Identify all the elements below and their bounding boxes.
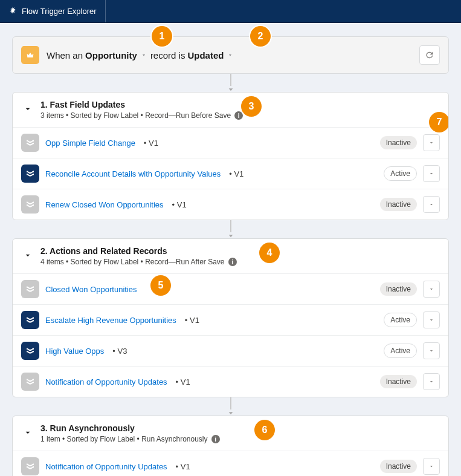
section-subtitle: 3 items • Sorted by Flow Label • Record—… [40,111,439,120]
status-badge: Inactive [380,282,417,296]
callout-4: 4 [259,243,280,263]
section-actions-related: 2. Actions and Related Records 4 items •… [12,238,449,397]
flow-link[interactable]: Reconcile Account Details with Opportuni… [45,169,221,178]
collapse-toggle[interactable] [21,249,34,262]
object-dropdown[interactable] [140,52,148,58]
flow-link[interactable]: High Value Opps [45,347,104,356]
row-menu-button[interactable] [423,373,440,390]
status-badge: Inactive [380,375,417,388]
flow-row: Reconcile Account Details with Opportuni… [13,158,448,189]
status-badge: Inactive [380,460,417,473]
flow-version: • V1 [176,462,190,471]
row-menu-button[interactable] [423,196,440,213]
row-menu-button[interactable] [423,281,440,298]
connector [12,397,449,416]
callout-6: 6 [254,420,275,440]
info-icon[interactable]: i [211,435,220,443]
flow-version: • V1 [176,377,190,386]
flow-row: Opp Simple Field Change• V1Inactive [13,127,448,158]
refresh-button[interactable] [419,45,440,65]
section-fast-field-updates: 1. Fast Field Updates 3 items • Sorted b… [12,92,449,220]
flow-row: Notification of Opportunity Updates• V1I… [13,451,448,476]
top-bar: Flow Trigger Explorer [0,0,461,23]
crown-icon [21,46,39,64]
connector [12,74,449,92]
flow-icon [21,457,39,475]
status-badge: Inactive [380,198,417,211]
app-tab[interactable]: Flow Trigger Explorer [0,0,106,22]
section-subtitle: 1 item • Sorted by Flow Label • Run Asyn… [40,435,439,443]
callout-3: 3 [241,96,262,117]
main-content: When an Opportunity record is Updated 1 … [0,23,461,476]
status-badge: Inactive [380,136,417,149]
section-rows: Opp Simple Field Change• V1InactiveRecon… [13,127,448,220]
flow-icon [21,311,39,329]
info-icon[interactable]: i [228,258,237,266]
flow-icon [21,134,39,152]
flow-row: Escalate High Revenue Opportunities• V1A… [13,304,448,335]
callout-1: 1 [152,26,172,47]
callout-7: 7 [429,112,449,132]
spark-icon [8,6,17,16]
trigger-header: When an Opportunity record is Updated 1 … [12,36,449,74]
trigger-prefix: When an [47,50,83,60]
flow-version: • V1 [229,169,243,178]
info-icon[interactable]: i [234,111,243,120]
flow-link[interactable]: Notification of Opportunity Updates [45,377,167,386]
app-title: Flow Trigger Explorer [22,7,97,16]
row-menu-button[interactable] [423,165,440,182]
row-menu-button[interactable] [423,458,440,475]
status-badge: Active [384,313,417,327]
section-rows: Closed Won OpportunitiesInactiveEscalate… [13,273,448,397]
flow-row: Notification of Opportunity Updates• V1I… [13,366,448,397]
flow-version: • V1 [172,200,187,209]
section-subtitle: 4 items • Sorted by Flow Label • Record—… [40,258,439,266]
flow-link[interactable]: Notification of Opportunity Updates [45,462,167,471]
connector [12,220,449,238]
section-header: 2. Actions and Related Records 4 items •… [13,239,448,273]
flow-link[interactable]: Renew Closed Won Opportunities [45,200,164,209]
flow-icon [21,165,39,183]
status-badge: Active [384,344,417,358]
section-header: 3. Run Asynchronously 1 item • Sorted by… [13,416,448,451]
flow-row: Renew Closed Won Opportunities• V1Inacti… [13,189,448,220]
collapse-toggle[interactable] [21,426,34,439]
flow-icon [21,195,39,214]
section-header: 1. Fast Field Updates 3 items • Sorted b… [13,93,448,127]
section-title: 3. Run Asynchronously [40,423,439,433]
trigger-text: When an Opportunity record is Updated [47,50,234,60]
flow-icon [21,373,39,391]
row-menu-button[interactable] [423,311,440,328]
flow-version: • V1 [185,316,199,325]
trigger-action: Updated [187,50,224,60]
flow-version: • V3 [112,347,127,356]
section-rows: Notification of Opportunity Updates• V1I… [13,451,448,476]
flow-link[interactable]: Closed Won Opportunities [45,285,137,294]
trigger-object: Opportunity [85,50,137,60]
section-title: 1. Fast Field Updates [40,100,439,109]
flow-link[interactable]: Opp Simple Field Change [45,139,135,148]
flow-row: High Value Opps• V3Active [13,335,448,366]
row-menu-button[interactable] [423,342,440,359]
flow-row: Closed Won OpportunitiesInactive [13,273,448,304]
callout-2: 2 [250,26,271,47]
flow-icon [21,342,39,360]
trigger-middle: record is [150,50,185,60]
row-menu-button[interactable] [423,134,440,151]
flow-icon [21,280,39,298]
flow-link[interactable]: Escalate High Revenue Opportunities [45,316,176,325]
callout-5: 5 [150,275,171,296]
section-run-async: 3. Run Asynchronously 1 item • Sorted by… [12,416,449,476]
status-badge: Active [384,166,417,181]
section-title: 2. Actions and Related Records [40,246,439,256]
flow-version: • V1 [144,139,158,148]
collapse-toggle[interactable] [21,102,34,116]
action-dropdown[interactable] [226,52,234,58]
